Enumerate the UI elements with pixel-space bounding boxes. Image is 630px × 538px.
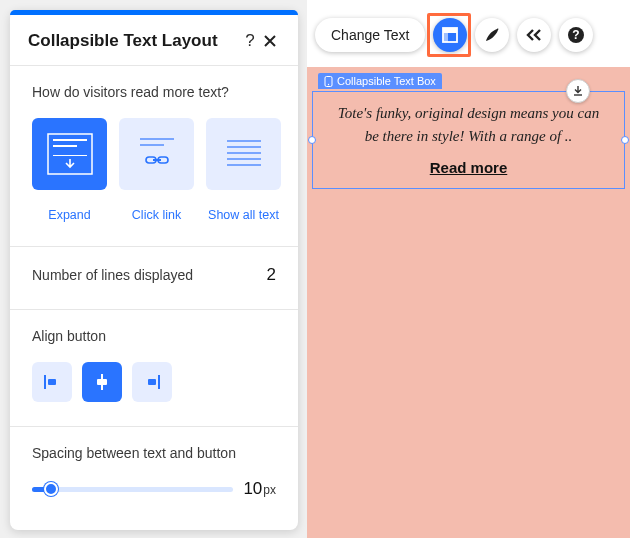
element-tag: Collapsible Text Box — [318, 73, 442, 89]
editor-canvas: Change Text ? — [307, 0, 630, 538]
svg-rect-13 — [227, 164, 261, 166]
show-all-icon — [221, 136, 267, 172]
resize-handle-left[interactable] — [308, 136, 316, 144]
svg-rect-23 — [443, 33, 448, 42]
option-label-click-link: Click link — [132, 208, 181, 222]
svg-rect-11 — [227, 152, 261, 154]
layout-icon — [441, 26, 459, 44]
svg-rect-5 — [140, 144, 164, 146]
section-align: Align button — [10, 309, 298, 426]
animation-button[interactable] — [517, 18, 551, 52]
align-right-icon — [142, 372, 162, 392]
svg-rect-14 — [44, 375, 46, 389]
option-label-expand: Expand — [48, 208, 90, 222]
mobile-icon — [324, 76, 333, 87]
spacing-unit: px — [263, 483, 276, 497]
expand-icon — [47, 133, 93, 175]
chevrons-left-icon — [525, 28, 543, 42]
svg-rect-18 — [97, 379, 107, 385]
svg-rect-1 — [53, 139, 87, 141]
svg-rect-16 — [101, 374, 103, 379]
align-label: Align button — [32, 328, 276, 344]
align-left-icon — [42, 372, 62, 392]
read-mode-options: Expand Click link — [32, 118, 276, 222]
lines-value[interactable]: 2 — [267, 265, 276, 285]
svg-rect-22 — [443, 28, 457, 33]
section-lines: Number of lines displayed 2 — [10, 246, 298, 309]
settings-panel: Collapsible Text Layout ? How do visitor… — [10, 10, 298, 530]
change-text-button[interactable]: Change Text — [315, 18, 425, 52]
svg-rect-15 — [48, 379, 56, 385]
preview-text: Tote's funky, original design means you … — [331, 102, 606, 147]
option-label-show-all: Show all text — [208, 208, 279, 222]
spacing-slider[interactable] — [32, 479, 233, 499]
spacing-value[interactable]: 10 — [243, 479, 262, 499]
svg-rect-17 — [101, 385, 103, 390]
section-spacing: Spacing between text and button 10px — [10, 426, 298, 523]
resize-handle-right[interactable] — [621, 136, 629, 144]
spacing-label: Spacing between text and button — [32, 445, 276, 461]
svg-rect-20 — [148, 379, 156, 385]
align-left-button[interactable] — [32, 362, 72, 402]
lines-label: Number of lines displayed — [32, 267, 193, 283]
text-box-content: Tote's funky, original design means you … — [313, 92, 624, 188]
svg-point-27 — [328, 83, 329, 84]
align-center-icon — [92, 372, 112, 392]
svg-rect-4 — [140, 138, 174, 140]
panel-title: Collapsible Text Layout — [28, 31, 240, 51]
svg-rect-12 — [227, 158, 261, 160]
layout-button[interactable] — [433, 18, 467, 52]
option-show-all[interactable]: Show all text — [206, 118, 281, 222]
svg-rect-10 — [227, 146, 261, 148]
element-toolbar: Change Text ? — [315, 18, 593, 52]
align-center-button[interactable] — [82, 362, 122, 402]
align-right-button[interactable] — [132, 362, 172, 402]
brush-icon — [483, 26, 501, 44]
svg-rect-8 — [153, 159, 161, 161]
question-icon: ? — [567, 26, 585, 44]
svg-text:?: ? — [573, 28, 580, 42]
link-icon — [134, 136, 180, 172]
svg-rect-2 — [53, 145, 77, 147]
option-expand[interactable]: Expand — [32, 118, 107, 222]
collapsible-text-box[interactable]: Collapsible Text Box Tote's funky, origi… — [312, 91, 625, 189]
read-more-link[interactable]: Read more — [331, 159, 606, 176]
help-button[interactable]: ? — [559, 18, 593, 52]
close-icon[interactable] — [260, 31, 280, 51]
download-handle-icon[interactable] — [566, 79, 590, 103]
element-tag-label: Collapsible Text Box — [337, 75, 436, 87]
help-icon[interactable]: ? — [240, 31, 260, 51]
align-options — [32, 362, 276, 402]
design-button[interactable] — [475, 18, 509, 52]
page-background: Collapsible Text Box Tote's funky, origi… — [307, 67, 630, 538]
section-read-mode: How do visitors read more text? Expand — [10, 65, 298, 246]
svg-rect-3 — [53, 155, 87, 156]
option-click-link[interactable]: Click link — [119, 118, 194, 222]
slider-thumb[interactable] — [44, 482, 58, 496]
section-label-read-mode: How do visitors read more text? — [32, 84, 276, 100]
svg-rect-9 — [227, 140, 261, 142]
slider-track — [32, 487, 233, 492]
svg-rect-19 — [158, 375, 160, 389]
panel-header: Collapsible Text Layout ? — [10, 15, 298, 65]
